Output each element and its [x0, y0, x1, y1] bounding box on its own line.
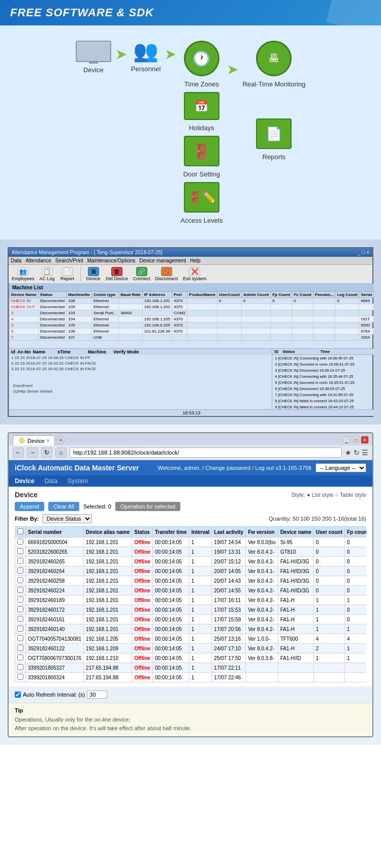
right-log-entry: 7 [CHECK IN] Connecting with 16:41:55 07… [274, 392, 372, 398]
device-checkbox[interactable] [17, 635, 23, 641]
device-checkbox[interactable] [17, 674, 23, 680]
device-checkbox[interactable] [17, 616, 23, 622]
th-check [15, 527, 26, 537]
right-log-entry: 4 [CHECK IN] Connecting with 16:35:44 07… [274, 374, 372, 380]
th-fc: Fc Count [292, 292, 313, 298]
auto-refresh-checkbox[interactable] [15, 692, 21, 698]
access-label: Access Levels [180, 217, 223, 224]
sw-menubar[interactable]: Data Attendance Search/Print Maintenance… [9, 257, 372, 265]
device-label: Device [83, 66, 104, 74]
device-checkbox[interactable] [17, 538, 23, 545]
machine-row: 7 Disconnected 107 USB 3204 [10, 335, 374, 341]
log-row-1: 1 23 23 2018-07-25 16:08:39 CHECK IN FP [9, 355, 272, 361]
bookmark-btn[interactable]: ★ [345, 448, 352, 457]
device-checkbox[interactable] [17, 567, 23, 574]
operation-btn[interactable]: Operation for selected [115, 502, 180, 511]
btn-exit[interactable]: ❌ Exit system [183, 267, 206, 281]
menu-devicemgmt[interactable]: Device management [139, 258, 186, 263]
sw-main: Machine List Device Name Status MachineN… [9, 284, 374, 416]
iclock-logo: iClock Automatic Data Master Server [15, 464, 139, 472]
select-all-checkbox[interactable] [17, 528, 23, 534]
flow-right: 🖶 Real-Time Monitoring 📄 Reports [242, 41, 305, 161]
th-product: ProductName [187, 292, 217, 298]
browser-tab-device[interactable]: 📀 Device × [13, 435, 55, 445]
flow-realtime: 🖶 Real-Time Monitoring [242, 41, 305, 88]
browser-tabs: 📀 Device × + _ □ × [9, 433, 372, 445]
device-page-title: Device [15, 491, 38, 499]
th-users: UserCount [217, 292, 242, 298]
menu-help[interactable]: Help [190, 258, 201, 263]
device-checkbox[interactable] [17, 606, 23, 612]
machine-row: 4 Disconnected 104 Ethernet 192.168.1.20… [10, 316, 374, 322]
holidays-label: Holidays [189, 124, 214, 132]
clear-all-btn[interactable]: Clear All [48, 502, 79, 511]
menu-maintenance[interactable]: Maintenance/Options [87, 258, 136, 263]
nav-data[interactable]: Data [45, 477, 57, 485]
menu-data[interactable]: Data [11, 258, 21, 263]
th-log: Log Count [335, 292, 359, 298]
flow-reports: 📄 Reports [256, 118, 292, 161]
btn-report[interactable]: 📄 Report [60, 267, 75, 281]
win-minimize[interactable]: _ [343, 436, 350, 443]
btn-disconnect[interactable]: 🚫 Disconnect [155, 267, 178, 281]
tab-close[interactable]: × [47, 438, 50, 443]
personnel-label: Personnel [131, 65, 161, 73]
btn-deldevice[interactable]: 🗑 Del Device [106, 267, 129, 281]
btn-employees[interactable]: 👥 Employees [12, 267, 35, 281]
exec-event: ExecEvent [11, 383, 270, 388]
device-checkbox[interactable] [17, 596, 23, 603]
th-last: Last activity [212, 527, 246, 537]
btn-aclog[interactable]: 📋 AC Log [40, 267, 55, 281]
right-log-entry: 2 [CHECK IN] Succeed in conn 16:08:41 07… [274, 362, 372, 368]
btn-connect[interactable]: 🔗 Connect [133, 267, 150, 281]
device-checkbox[interactable] [17, 548, 23, 554]
append-btn[interactable]: Append [15, 502, 44, 511]
menu-searchprint[interactable]: Search/Print [55, 258, 83, 263]
home-btn[interactable]: ⌂ [55, 447, 67, 458]
btn-device[interactable]: 🖥 Device [86, 267, 101, 281]
refresh-btn[interactable]: ↻ [41, 447, 52, 458]
settings-btn[interactable]: ☰ [362, 448, 368, 457]
th-users: User count [313, 527, 344, 537]
sw-winbtns: _ □ × [358, 250, 369, 255]
device-checkbox[interactable] [17, 625, 23, 632]
timezones-icon: 🕐 [184, 41, 219, 76]
tab-label: Device [27, 438, 45, 444]
interval-input[interactable] [87, 691, 107, 699]
device-toolbar: Append Clear All Selected: 0 Operation f… [15, 502, 366, 511]
new-tab-btn[interactable]: + [56, 435, 65, 444]
filter-select[interactable]: Device Status [42, 514, 92, 523]
device-row: 3929182460224 192.168.1.201 Offline 00:0… [15, 586, 367, 595]
flow-timezones: 🕐 Time Zones [184, 41, 219, 88]
language-select[interactable]: -- Language -- [315, 463, 366, 472]
th-alias: Device alias name [84, 527, 132, 537]
device-checkbox[interactable] [17, 577, 23, 583]
style-toggle[interactable]: Style: ● List style ○ Table style [291, 492, 366, 498]
refresh-page-btn[interactable]: ↻ [354, 448, 360, 457]
win-close[interactable]: × [361, 436, 368, 443]
realtime-label: Real-Time Monitoring [242, 80, 305, 88]
forward-btn[interactable]: → [27, 447, 38, 458]
nav-system[interactable]: System [68, 477, 88, 485]
address-bar[interactable] [70, 447, 342, 458]
device-checkbox[interactable] [17, 664, 23, 670]
machine-row: CHECK OUT Disconnected 109 Ethernet 192.… [10, 304, 374, 310]
th-interval: Interval [189, 527, 212, 537]
device-checkbox[interactable] [17, 645, 23, 651]
device-checkbox[interactable] [17, 558, 23, 564]
th-ip: IP Address [142, 292, 172, 298]
reports-label: Reports [263, 153, 286, 161]
nav-device[interactable]: Device [15, 477, 35, 485]
reports-icon: 📄 [256, 118, 292, 149]
menu-attendance[interactable]: Attendance [25, 258, 51, 263]
auto-refresh-label: Auto Refresh Interval: (s) [23, 692, 85, 698]
win-maximize[interactable]: □ [352, 436, 359, 443]
auto-refresh-area: Auto Refresh Interval: (s) [15, 691, 107, 699]
device-row: 66691825000504 192.168.1.201 Offline 00:… [15, 537, 367, 547]
device-checkbox[interactable] [17, 654, 23, 661]
device-checkbox[interactable] [17, 587, 23, 593]
device-row: 3929182460264 192.168.1.201 Offline 00:0… [15, 566, 367, 576]
browser-window: 📀 Device × + _ □ × ← → ↻ ⌂ ★ ↻ ☰ [8, 432, 373, 737]
back-btn[interactable]: ← [13, 447, 24, 458]
realtime-icon: 🖶 [256, 41, 292, 76]
